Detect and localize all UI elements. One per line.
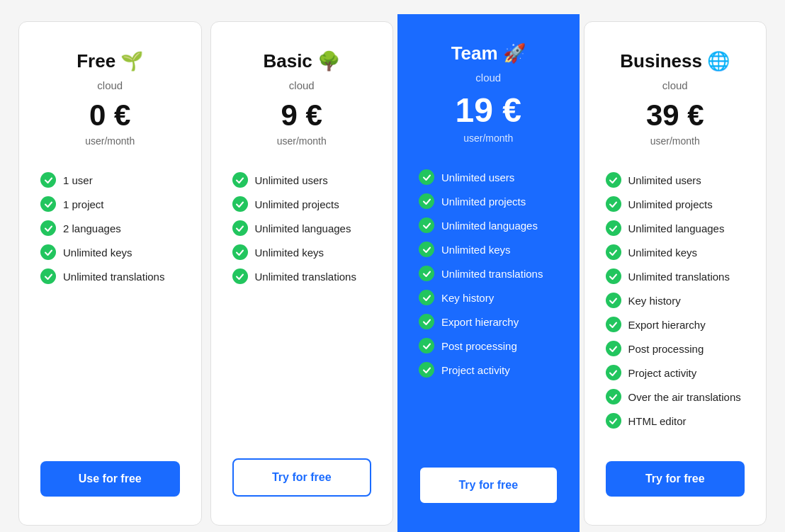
list-item: Post processing [419, 334, 558, 358]
check-icon [232, 196, 248, 212]
feature-label: Unlimited projects [255, 198, 339, 210]
plan-type-team: cloud [419, 72, 558, 84]
cta-button-free[interactable]: Use for free [40, 461, 180, 497]
list-item: Unlimited users [232, 168, 372, 192]
cta-button-business[interactable]: Try for free [606, 461, 745, 497]
feature-label: Unlimited projects [628, 198, 713, 210]
feature-label: Unlimited translations [63, 271, 164, 283]
feature-label: Key history [628, 295, 681, 307]
check-icon [606, 365, 621, 380]
list-item: Unlimited keys [40, 240, 180, 264]
feature-label: Unlimited languages [441, 220, 538, 232]
plan-name-team: Team 🚀 [419, 43, 558, 64]
feature-label: Export hierarchy [441, 316, 519, 328]
feature-label: Unlimited translations [255, 271, 356, 283]
plan-type-business: cloud [606, 79, 745, 91]
cta-button-team[interactable]: Try for free [419, 466, 558, 504]
check-icon [40, 196, 56, 212]
list-item: Unlimited translations [419, 261, 558, 285]
feature-label: Unlimited translations [628, 271, 730, 283]
feature-label: Unlimited languages [255, 222, 351, 234]
list-item: 2 languages [40, 216, 180, 240]
check-icon [419, 169, 434, 185]
plan-name-free: Free 🌱 [40, 50, 180, 72]
plan-name-basic: Basic 🌳 [232, 50, 372, 72]
list-item: Unlimited projects [419, 189, 558, 213]
list-item: 1 user [40, 168, 180, 192]
plan-period-business: user/month [606, 135, 745, 147]
list-item: Unlimited languages [419, 213, 558, 237]
list-item: Unlimited keys [419, 237, 558, 261]
list-item: Unlimited users [606, 168, 745, 192]
check-icon [606, 293, 621, 308]
list-item: Unlimited projects [232, 192, 372, 216]
features-list-free: 1 user1 project2 languagesUnlimited keys… [40, 168, 180, 433]
check-icon [232, 244, 248, 260]
list-item: Unlimited translations [606, 264, 745, 288]
check-icon [606, 389, 621, 404]
check-icon [419, 242, 434, 257]
check-icon [419, 193, 434, 209]
feature-label: Unlimited keys [628, 247, 698, 259]
check-icon [419, 290, 434, 305]
feature-label: Over the air translations [628, 391, 741, 403]
check-icon [419, 217, 434, 233]
check-icon [40, 220, 56, 236]
list-item: Unlimited keys [606, 240, 745, 264]
list-item: Project activity [419, 358, 558, 382]
check-icon [606, 172, 621, 188]
feature-label: Export hierarchy [628, 319, 706, 331]
feature-label: Unlimited users [441, 171, 514, 183]
list-item: Post processing [606, 336, 745, 361]
check-icon [606, 341, 621, 356]
feature-label: Unlimited users [628, 174, 701, 186]
check-icon [419, 314, 434, 329]
feature-label: 2 languages [63, 222, 121, 234]
features-list-team: Unlimited usersUnlimited projectsUnlimit… [419, 165, 558, 438]
plan-card-team: Team 🚀cloud19 €user/monthUnlimited users… [397, 14, 580, 532]
plan-type-basic: cloud [232, 79, 372, 91]
list-item: Unlimited translations [232, 264, 372, 288]
check-icon [606, 196, 621, 212]
plan-period-team: user/month [419, 132, 558, 144]
list-item: Unlimited users [419, 165, 558, 189]
feature-label: Unlimited translations [441, 268, 543, 280]
list-item: HTML editor [606, 409, 745, 433]
plan-price-team: 19 € [419, 91, 558, 130]
feature-label: HTML editor [628, 415, 687, 427]
check-icon [606, 317, 621, 332]
plan-price-basic: 9 € [232, 98, 372, 132]
feature-label: Project activity [628, 367, 697, 379]
list-item: Unlimited translations [40, 264, 180, 288]
feature-label: Project activity [441, 364, 510, 376]
list-item: Unlimited languages [606, 216, 745, 240]
plan-price-business: 39 € [606, 98, 745, 132]
check-icon [606, 268, 621, 284]
check-icon [606, 413, 621, 429]
list-item: Key history [606, 288, 745, 312]
feature-label: 1 project [63, 198, 104, 210]
list-item: Over the air translations [606, 385, 745, 409]
plan-period-basic: user/month [232, 135, 372, 147]
feature-label: Unlimited keys [63, 247, 132, 259]
feature-label: Unlimited keys [441, 244, 511, 256]
feature-label: Unlimited keys [255, 247, 324, 259]
list-item: Export hierarchy [606, 312, 745, 336]
list-item: Project activity [606, 361, 745, 385]
features-list-basic: Unlimited usersUnlimited projectsUnlimit… [232, 168, 372, 430]
check-icon [232, 172, 248, 188]
list-item: Export hierarchy [419, 310, 558, 334]
check-icon [419, 362, 434, 378]
pricing-container: Free 🌱cloud0 €user/month1 user1 project2… [14, 14, 771, 532]
plan-price-free: 0 € [40, 98, 180, 132]
feature-label: Unlimited languages [628, 222, 725, 234]
check-icon [40, 244, 56, 260]
plan-card-basic: Basic 🌳cloud9 €user/monthUnlimited users… [210, 21, 394, 526]
plan-period-free: user/month [40, 135, 180, 147]
feature-label: 1 user [63, 174, 93, 186]
plan-type-free: cloud [40, 79, 180, 91]
cta-button-basic[interactable]: Try for free [232, 458, 372, 497]
feature-label: Post processing [441, 340, 517, 352]
list-item: Unlimited keys [232, 240, 372, 264]
check-icon [232, 220, 248, 236]
